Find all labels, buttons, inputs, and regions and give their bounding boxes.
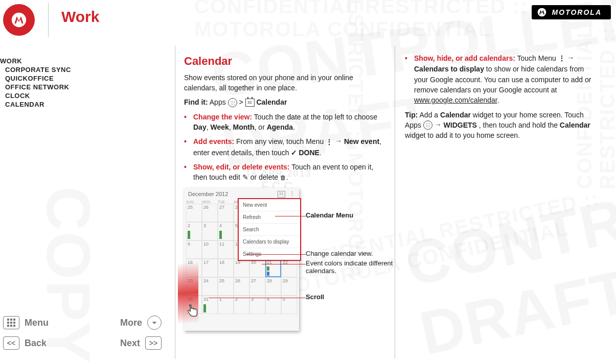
menu-label[interactable]: Menu — [19, 318, 83, 328]
calendar-cell: 11 — [218, 240, 234, 259]
day-tue: TUE — [218, 200, 234, 204]
svg-rect-5 — [13, 322, 15, 324]
bullet-add-events: Add events: From any view, touch Menu ⋮ … — [190, 136, 383, 158]
next-label[interactable]: Next — [82, 338, 145, 349]
calendar-overflow-icon: ⋮ — [289, 190, 295, 197]
find-it-apps: Apps — [210, 98, 226, 106]
calendar-cell: 18 — [218, 259, 234, 277]
callout-scroll: Scroll — [306, 293, 398, 301]
arrow-icon-2: → — [567, 53, 575, 63]
svg-rect-0 — [7, 319, 9, 321]
calendar-cell: 5 — [281, 296, 297, 314]
bullet-show-hide: Show, hide, or add calendars: Touch Menu… — [411, 53, 599, 106]
calendars-to-display-label: Calendars to display — [414, 65, 484, 73]
calendar-cell: 25 — [218, 277, 234, 296]
calendar-cell: 27 — [249, 277, 265, 296]
svg-rect-1 — [10, 319, 12, 321]
menu-item-refresh[interactable]: Refresh — [239, 211, 300, 224]
overflow-menu-icon: ⋮ — [326, 137, 333, 147]
calendar-cell: 25 — [186, 204, 202, 222]
toc-item-quickoffice[interactable]: Quickoffice — [5, 75, 92, 82]
tip-t4: widget to add it to you home screen. — [405, 131, 520, 139]
leader-line — [275, 216, 306, 216]
toc-item-office-network[interactable]: Office network — [5, 83, 92, 91]
brand-text: MOTOROLA — [552, 8, 602, 16]
calendar-cell: 17 — [202, 259, 218, 277]
calendar-cell: 9 — [186, 240, 202, 259]
calendar-header: December 2012 21 ⋮ — [184, 188, 299, 200]
calendar-cell: 2 — [234, 296, 249, 314]
calendar-screenshot: December 2012 21 ⋮ SUN MON TUE WED THU F… — [184, 188, 299, 331]
toc-item-calendar[interactable]: Calendar — [5, 101, 92, 108]
hand-pointer-icon — [184, 303, 199, 319]
arrow-icon-3: → — [435, 119, 442, 130]
day-sun: SUN — [186, 200, 202, 204]
calendar-cell: 2 — [186, 222, 202, 240]
brand-logo-circle — [3, 4, 35, 36]
svg-rect-4 — [10, 322, 12, 324]
calendar-cell: 19 — [234, 259, 249, 277]
svg-rect-7 — [10, 325, 12, 327]
motorola-m-icon-small — [537, 7, 547, 17]
view-month: Month — [233, 123, 255, 131]
tip-widgets: WIDGETS — [444, 121, 477, 129]
more-label[interactable]: More — [83, 318, 147, 328]
callout-change-label: Change calendar view. — [306, 250, 373, 257]
bullet-change-view-title: Change the view: — [193, 113, 252, 121]
menu-item-calendars-to-display[interactable]: Calendars to display — [239, 236, 300, 248]
menu-item-new-event[interactable]: New event — [239, 199, 300, 211]
page-title: Work — [61, 8, 99, 26]
calendar-cell: 26 — [234, 277, 249, 296]
callout-colors-label: Event colors indicate different calendar… — [306, 259, 398, 275]
google-calendar-link[interactable]: www.google.com/calendar — [414, 96, 497, 104]
calendar-cell: 3 — [249, 296, 265, 314]
calendar-cell: 4 — [218, 222, 234, 240]
bullet-show-hide-body1: Touch Menu — [517, 54, 558, 62]
calendar-cell: 1 — [218, 296, 234, 314]
grid-icon — [7, 318, 16, 327]
tip-paragraph: Tip: Add a Calendar widget to your home … — [405, 110, 599, 141]
toc-item-clock[interactable]: Clock — [5, 92, 92, 100]
bullet-show-hide-title: Show, hide, or add calendars: — [414, 54, 515, 62]
apps-icon-2 — [423, 120, 432, 130]
callout-event-colors: Event colors indicate different calendar… — [306, 259, 398, 275]
content-column-2: Show, hide, or add calendars: Touch Menu… — [405, 53, 599, 145]
calendar-cell: 3 — [202, 222, 218, 240]
find-it-label: Find it: — [184, 98, 208, 106]
tip-t3: , then touch and hold the — [479, 121, 560, 129]
menu-item-search[interactable]: Search — [239, 224, 300, 236]
toc-item-corporate-sync[interactable]: Corporate sync — [5, 66, 92, 74]
apps-icon — [228, 98, 237, 107]
svg-rect-2 — [13, 319, 15, 321]
pencil-icon — [242, 173, 248, 181]
more-button[interactable] — [147, 316, 162, 330]
back-label[interactable]: Back — [19, 338, 82, 349]
bullet-add-events-title: Add events: — [193, 137, 234, 145]
trash-icon — [280, 173, 286, 181]
tip-t1: Add a — [420, 111, 440, 119]
callouts: Calendar Menu Change calendar view. Even… — [306, 188, 398, 303]
arrow-icon: → — [335, 136, 342, 146]
table-of-contents: Work Corporate sync Quickoffice Office n… — [0, 56, 92, 109]
callout-scroll-label: Scroll — [306, 293, 324, 301]
back-button[interactable]: << — [3, 336, 19, 350]
header-divider — [48, 3, 49, 37]
new-event-label: New event — [344, 137, 379, 145]
calendar-cell: 26 — [202, 204, 218, 222]
svg-rect-8 — [13, 325, 15, 327]
bullet-edit-delete: Show, edit, or delete events: Touch an e… — [190, 162, 383, 183]
watermark-draft2: CONTROLLED DRAFT — [399, 140, 616, 364]
menu-button[interactable] — [3, 316, 19, 329]
day-mon: MON — [202, 200, 218, 204]
next-button[interactable]: >> — [145, 336, 162, 350]
chevron-down-icon — [151, 319, 158, 326]
done-label: DONE — [291, 149, 319, 157]
calendar-cell: 27 — [218, 204, 234, 222]
content-column-1: Calendar Show events stored on your phon… — [184, 53, 383, 187]
toc-heading[interactable]: Work — [0, 57, 92, 65]
callout-menu-label: Calendar Menu — [306, 211, 353, 219]
find-it-line: Find it: Apps > 31 Calendar — [184, 97, 383, 107]
section-heading-calendar: Calendar — [184, 53, 383, 69]
calendar-overflow-menu: New event Refresh Search Calendars to di… — [239, 199, 300, 260]
calendar-cell: 31 — [202, 296, 218, 314]
